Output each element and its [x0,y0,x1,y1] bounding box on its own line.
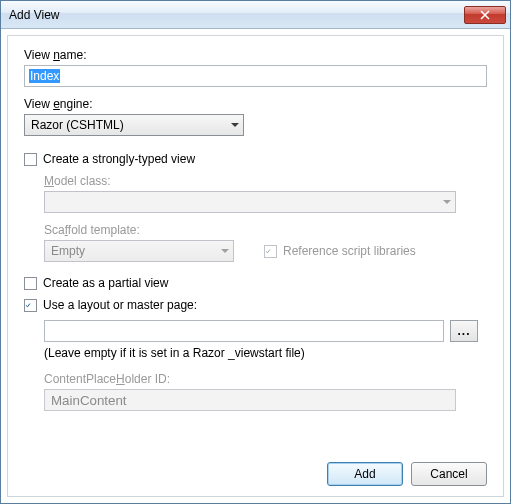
scaffold-select: Empty [44,240,234,262]
chevron-down-icon [231,123,239,127]
cancel-button[interactable]: Cancel [411,462,487,486]
view-name-row: View name: Index [24,48,487,87]
partial-view-checkbox[interactable] [24,277,37,290]
view-name-value: Index [29,69,60,83]
use-layout-label: Use a layout or master page: [43,298,197,312]
close-button[interactable] [464,6,506,24]
browse-button[interactable]: ... [450,320,478,342]
scaffold-value: Empty [51,244,85,258]
view-engine-value: Razor (CSHTML) [31,118,124,132]
model-class-select [44,191,456,213]
titlebar: Add View [1,1,510,29]
view-engine-row: View engine: Razor (CSHTML) [24,97,487,136]
window-title: Add View [9,8,464,22]
partial-view-label: Create as a partial view [43,276,168,290]
view-name-label: View name: [24,48,487,62]
ref-scripts-checkbox [264,245,277,258]
view-engine-label: View engine: [24,97,487,111]
layout-group: ... (Leave empty if it is set in a Razor… [44,320,487,411]
add-button[interactable]: Add [327,462,403,486]
ref-scripts-label: Reference script libraries [283,244,416,258]
view-name-input[interactable]: Index [24,65,487,87]
partial-view-row: Create as a partial view [24,276,487,290]
dialog-body: View name: Index View engine: Razor (CSH… [7,35,504,497]
model-class-label: Model class: [44,174,487,188]
layout-path-input[interactable] [44,320,444,342]
close-icon [480,10,490,20]
dialog-footer: Add Cancel [327,462,487,486]
chevron-down-icon [221,249,229,253]
strongly-typed-row: Create a strongly-typed view [24,152,487,166]
layout-hint: (Leave empty if it is set in a Razor _vi… [44,346,487,360]
use-layout-row: Use a layout or master page: [24,298,487,312]
strongly-typed-group: Model class: Scaffold template: Empty Re… [44,174,487,262]
cph-input [44,389,456,411]
use-layout-checkbox[interactable] [24,299,37,312]
strongly-typed-label: Create a strongly-typed view [43,152,195,166]
chevron-down-icon [443,200,451,204]
scaffold-label: Scaffold template: [44,223,487,237]
view-engine-select[interactable]: Razor (CSHTML) [24,114,244,136]
strongly-typed-checkbox[interactable] [24,153,37,166]
cph-label: ContentPlaceHolder ID: [44,372,487,386]
